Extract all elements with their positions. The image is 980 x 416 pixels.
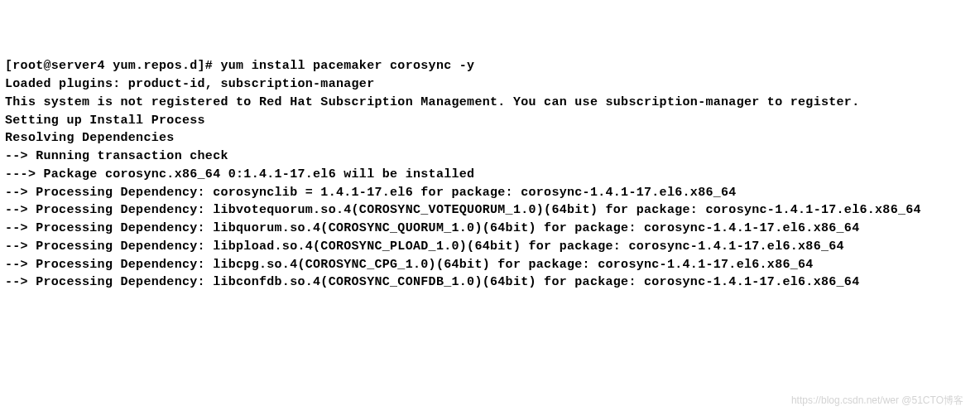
watermark-text: https://blog.csdn.net/wer @51CTO博客 (791, 394, 963, 404)
terminal-output: [root@server4 yum.repos.d]# yum install … (5, 57, 965, 292)
